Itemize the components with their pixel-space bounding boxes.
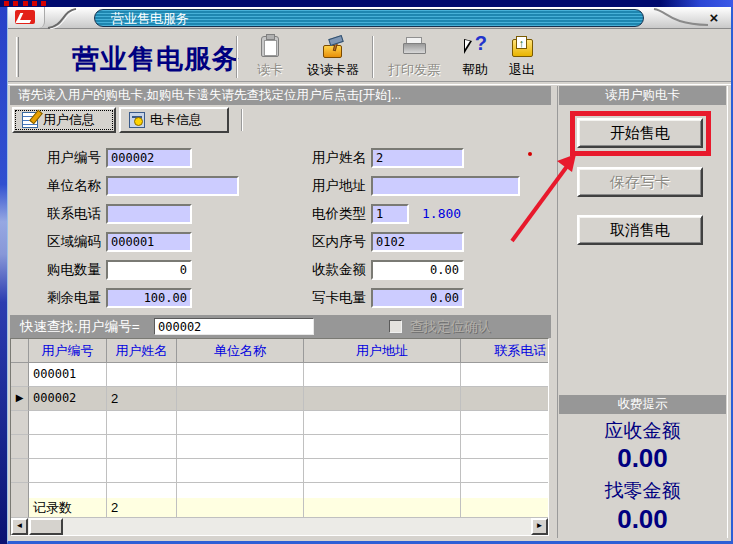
help-icon: ? [463, 35, 487, 59]
power-card-icon [129, 112, 145, 128]
table-row[interactable]: 000001 [11, 363, 549, 387]
print-invoice-button: 打印发票 [379, 32, 449, 82]
receivable-value: 0.00 [559, 443, 726, 474]
grid-footer-row: 记录数 2 [11, 498, 549, 518]
address-field[interactable] [371, 176, 520, 196]
tab-card-info[interactable]: 电卡信息 [119, 107, 229, 133]
background-text-fragment [4, 1, 9, 6]
user-id-field[interactable] [106, 148, 192, 168]
remaining-field[interactable] [106, 288, 192, 308]
col-user-id: 用户编号 [29, 339, 107, 363]
app-logo [8, 7, 45, 28]
toolbar-gripper [16, 37, 19, 77]
table-row-empty [11, 411, 549, 435]
window-title: 营业售电服务 [111, 10, 189, 27]
col-org-name: 单位名称 [177, 339, 304, 363]
user-form-icon [22, 112, 38, 128]
title-pill: 营业售电服务 [94, 9, 644, 27]
toolbar: 营业售电服务 读卡 设读卡器 打印发票 ? 帮助 [8, 29, 731, 85]
remaining-label: 剩余电量 [15, 288, 101, 308]
status-message: 请先读入用户的购电卡,如购电卡遗失请先查找定位用户后点击[开始]... [10, 86, 551, 105]
close-icon[interactable]: × [705, 9, 723, 27]
save-write-card-button: 保存写卡 [577, 167, 703, 197]
desktop: 营业售电服务 × 营业售电服务 读卡 设读卡器 [0, 0, 733, 544]
toolbar-separator [236, 36, 238, 78]
org-name-label: 单位名称 [15, 176, 101, 196]
change-value: 0.00 [559, 504, 726, 535]
exit-button[interactable]: ↑ 退出 [501, 32, 543, 82]
change-label: 找零金额 [559, 478, 726, 504]
cancel-sale-button[interactable]: 取消售电 [577, 215, 703, 245]
desktop-edge [0, 7, 7, 544]
quick-search-bar: 快速查找:用户编号= 查找定位确认 [10, 315, 551, 338]
toolbar-separator [372, 36, 374, 78]
page-title: 营业售电服务 [72, 41, 240, 77]
price-type-field[interactable] [371, 204, 409, 224]
scrollbar-thumb[interactable] [29, 518, 63, 535]
background-window-sliver [0, 0, 733, 7]
amount-label: 收款金额 [280, 260, 366, 280]
read-card-button: 读卡 [246, 32, 294, 82]
background-text-fragment [32, 1, 37, 6]
table-row-empty [11, 483, 549, 498]
write-qty-field[interactable] [371, 288, 464, 308]
start-sale-button[interactable]: 开始售电 [577, 118, 703, 148]
table-row-selected[interactable]: ▶ 000002 2 [11, 387, 549, 411]
app-window: 营业售电服务 × 营业售电服务 读卡 设读卡器 [7, 7, 733, 544]
quick-search-label: 快速查找:用户编号= [20, 315, 140, 338]
table-row-empty [11, 435, 549, 459]
scroll-left-button[interactable]: ◄ [11, 518, 28, 535]
background-text-fragment [13, 1, 18, 6]
buy-qty-label: 购电数量 [15, 260, 101, 280]
user-name-field[interactable] [371, 148, 464, 168]
scroll-right-button[interactable]: ► [531, 518, 548, 535]
background-text-fragment [41, 1, 46, 6]
toolbox-icon [321, 35, 345, 59]
tab-separator [241, 109, 243, 131]
write-qty-label: 写卡电量 [280, 288, 366, 308]
row-pointer-icon: ▶ [11, 387, 29, 411]
phone-field[interactable] [106, 204, 192, 224]
price-rate-value: 1.800 [422, 204, 461, 224]
record-count-label: 记录数 [29, 498, 107, 518]
background-text-fragment [23, 1, 28, 6]
grid-corner-cell [11, 339, 29, 363]
buy-qty-field[interactable] [106, 260, 192, 280]
locate-confirm-checkbox [389, 320, 402, 333]
fee-tip-header: 收费提示 [559, 395, 726, 414]
user-id-label: 用户编号 [15, 148, 101, 168]
price-type-label: 电价类型 [280, 204, 366, 224]
serial-no-label: 区内序号 [280, 232, 366, 252]
horizontal-scrollbar[interactable]: ◄ ► [11, 518, 548, 535]
user-grid[interactable]: 用户编号 用户姓名 单位名称 用户地址 联系电话 000001 ▶ 000002… [10, 338, 549, 536]
col-address: 用户地址 [304, 339, 461, 363]
tab-user-info[interactable]: 用户信息 [12, 107, 116, 133]
area-code-label: 区域编码 [15, 232, 101, 252]
user-name-label: 用户姓名 [280, 148, 366, 168]
grid-header-row: 用户编号 用户姓名 单位名称 用户地址 联系电话 [11, 339, 549, 363]
col-user-name: 用户姓名 [107, 339, 177, 363]
serial-no-field[interactable] [371, 232, 464, 252]
table-row-empty [11, 459, 549, 483]
annotation-dot [528, 152, 532, 156]
amount-field[interactable] [371, 260, 464, 280]
address-label: 用户地址 [280, 176, 366, 196]
help-button[interactable]: ? 帮助 [452, 32, 498, 82]
exit-icon: ↑ [510, 35, 534, 59]
org-name-field[interactable] [106, 176, 239, 196]
record-count-value: 2 [107, 498, 177, 518]
setup-reader-button[interactable]: 设读卡器 [298, 32, 368, 82]
locate-confirm-label: 查找定位确认 [410, 315, 491, 338]
quick-search-input[interactable] [154, 318, 314, 335]
title-bar[interactable]: 营业售电服务 × [8, 7, 731, 29]
col-phone: 联系电话 [461, 339, 549, 363]
app-logo-icon [15, 10, 35, 24]
printer-icon [402, 35, 426, 59]
phone-label: 联系电话 [15, 204, 101, 224]
card-reader-icon [258, 35, 282, 59]
row-selector-cell [11, 363, 29, 387]
receivable-label: 应收金额 [559, 418, 726, 444]
area-code-field[interactable] [106, 232, 192, 252]
